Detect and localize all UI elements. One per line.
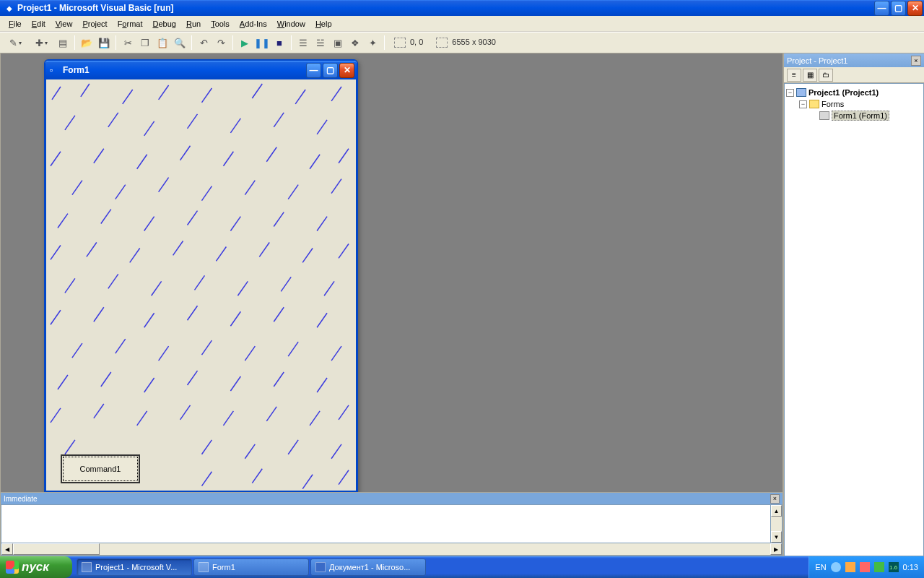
- immediate-titlebar[interactable]: Immediate ×: [1, 493, 783, 504]
- expand-icon[interactable]: −: [799, 100, 807, 108]
- object-browser-button[interactable]: ❖: [347, 35, 363, 51]
- form1-minimize-button[interactable]: —: [306, 63, 321, 78]
- project-panel-titlebar[interactable]: Project - Project1 ×: [784, 53, 924, 67]
- svg-line-87: [252, 469, 262, 483]
- properties-button[interactable]: ☱: [313, 35, 328, 51]
- svg-line-80: [339, 405, 349, 420]
- svg-line-41: [216, 246, 226, 261]
- scroll-thumb[interactable]: [13, 543, 100, 555]
- svg-line-6: [295, 90, 305, 104]
- menu-view[interactable]: View: [51, 18, 77, 30]
- form1-window[interactable]: ▫ Form1 — ▢ ✕: [44, 59, 358, 493]
- tree-forms-folder[interactable]: Forms: [821, 100, 844, 108]
- scroll-left-icon[interactable]: ◀: [1, 543, 13, 555]
- end-button[interactable]: ■: [271, 35, 287, 51]
- minimize-button[interactable]: —: [874, 1, 889, 16]
- close-button[interactable]: ✕: [907, 1, 923, 16]
- svg-line-20: [266, 147, 276, 162]
- form1-titlebar[interactable]: ▫ Form1 — ▢ ✕: [45, 61, 357, 79]
- menu-debug[interactable]: Debug: [148, 18, 180, 30]
- task-vb[interactable]: Project1 - Microsoft V...: [77, 558, 192, 576]
- menu-tools[interactable]: Tools: [206, 18, 234, 30]
- paste-button[interactable]: 📋: [154, 35, 170, 51]
- menu-project[interactable]: Project: [78, 18, 111, 30]
- menu-window[interactable]: Window: [273, 18, 310, 30]
- svg-line-60: [116, 339, 126, 353]
- tray-icon[interactable]: [845, 562, 855, 572]
- immediate-title-text: Immediate: [4, 495, 770, 503]
- start-button[interactable]: ▶: [237, 35, 253, 51]
- tray-icon[interactable]: [860, 562, 870, 572]
- tree-form1-item[interactable]: Form1 (Form1): [832, 111, 889, 121]
- expand-icon[interactable]: −: [786, 89, 794, 97]
- immediate-textarea[interactable]: [1, 504, 770, 543]
- tray-icon[interactable]: 1.6: [889, 562, 899, 572]
- undo-button[interactable]: ↶: [196, 35, 212, 51]
- maximize-button[interactable]: ▢: [891, 1, 906, 16]
- break-button[interactable]: ❚❚: [254, 35, 270, 51]
- toolbox-button[interactable]: ✦: [365, 35, 380, 51]
- svg-line-50: [281, 277, 291, 291]
- view-object-button[interactable]: ▦: [803, 69, 817, 82]
- svg-line-83: [245, 444, 255, 459]
- svg-line-57: [274, 307, 284, 322]
- svg-line-26: [201, 186, 212, 201]
- add-project-button[interactable]: ✎: [3, 35, 27, 51]
- titlebar[interactable]: ◆ Project1 - Microsoft Visual Basic [run…: [0, 0, 924, 16]
- add-form-button[interactable]: ✚: [29, 35, 53, 51]
- app-icon: ◆: [4, 3, 14, 13]
- svg-line-66: [58, 375, 68, 389]
- copy-button[interactable]: ❐: [137, 35, 153, 51]
- redo-button[interactable]: ↷: [213, 35, 229, 51]
- view-code-button[interactable]: ≡: [787, 69, 801, 82]
- immediate-hscroll[interactable]: ◀ ▶: [1, 543, 783, 556]
- tree-project-root[interactable]: Project1 (Project1): [808, 88, 879, 97]
- project-tree[interactable]: − Project1 (Project1) − Forms Form1 (For…: [784, 83, 924, 556]
- svg-line-48: [195, 275, 205, 290]
- svg-line-82: [201, 440, 212, 454]
- project-panel-close-button[interactable]: ×: [911, 56, 921, 66]
- project-explorer-button[interactable]: ☰: [295, 35, 311, 51]
- svg-line-4: [201, 88, 212, 103]
- clock[interactable]: 0:13: [903, 563, 918, 571]
- scroll-up-icon[interactable]: ▲: [771, 505, 782, 517]
- tray-icon[interactable]: [874, 562, 884, 572]
- immediate-close-button[interactable]: ×: [770, 494, 780, 504]
- open-button[interactable]: 📂: [79, 35, 95, 51]
- svg-line-31: [101, 210, 111, 224]
- form1-maximize-button[interactable]: ▢: [323, 63, 338, 78]
- start-button[interactable]: пуск: [0, 556, 72, 578]
- svg-line-18: [180, 146, 191, 160]
- task-form1[interactable]: Form1: [193, 558, 309, 576]
- form1-close-button[interactable]: ✕: [339, 63, 354, 78]
- system-tray[interactable]: EN 1.6 0:13: [808, 556, 924, 578]
- svg-line-38: [87, 242, 97, 256]
- project-icon: [796, 88, 806, 97]
- menu-addins[interactable]: Add-Ins: [235, 18, 271, 30]
- find-button[interactable]: 🔍: [172, 35, 188, 51]
- command1-button[interactable]: Command1: [61, 454, 140, 483]
- svg-line-11: [188, 114, 198, 129]
- mdi-client: ▫ Form1 — ▢ ✕: [0, 53, 783, 556]
- svg-line-13: [274, 113, 284, 127]
- tray-icon[interactable]: [831, 562, 841, 572]
- menu-format[interactable]: Format: [113, 18, 147, 30]
- svg-line-22: [339, 149, 349, 163]
- svg-line-62: [201, 340, 212, 355]
- scroll-down-icon[interactable]: ▼: [771, 531, 782, 543]
- immediate-vscroll[interactable]: ▲ ▼: [770, 504, 783, 543]
- menu-run[interactable]: Run: [182, 18, 205, 30]
- menu-file[interactable]: File: [4, 18, 26, 30]
- toggle-folders-button[interactable]: 🗀: [819, 69, 833, 82]
- svg-line-76: [180, 405, 191, 420]
- menu-edit[interactable]: Edit: [27, 18, 50, 30]
- language-indicator[interactable]: EN: [815, 563, 826, 571]
- project-explorer: Project - Project1 × ≡ ▦ 🗀 − Project1 (P…: [783, 53, 924, 556]
- scroll-right-icon[interactable]: ▶: [770, 543, 782, 555]
- form-layout-button[interactable]: ▣: [330, 35, 346, 51]
- menu-editor-button[interactable]: ▤: [55, 35, 71, 51]
- menu-help[interactable]: Help: [311, 18, 336, 30]
- save-button[interactable]: 💾: [96, 35, 112, 51]
- task-word[interactable]: Документ1 - Microso...: [310, 558, 426, 576]
- cut-button[interactable]: ✂: [120, 35, 136, 51]
